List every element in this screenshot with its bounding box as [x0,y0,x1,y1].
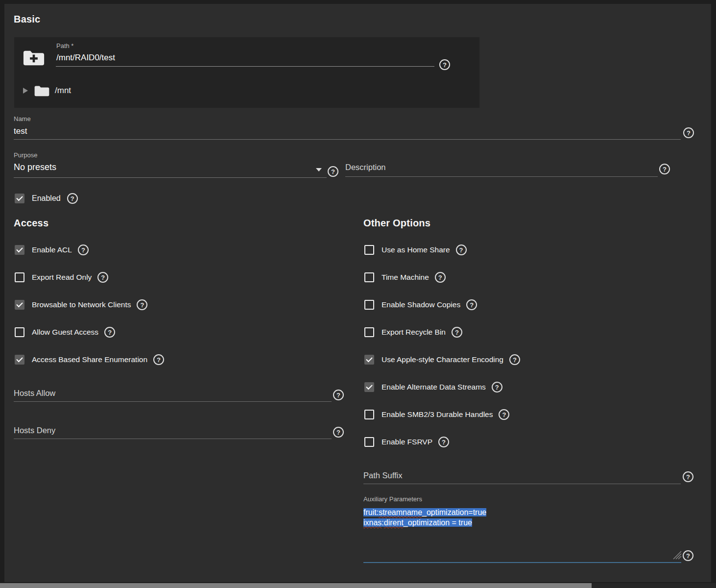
path-field-underline [56,66,434,67]
checkbox-row: Enable Alternate Data Streams? [364,373,520,401]
help-icon[interactable]: ? [333,427,344,438]
checkbox-label: Export Recycle Bin [382,328,446,337]
checkbox-row: Enable Shadow Copies? [364,291,520,318]
selected-text: _optimization=true [422,508,486,516]
purpose-select[interactable]: No presets [14,162,56,172]
description-input[interactable]: Description [345,163,386,172]
scrollbar-thumb[interactable] [0,583,592,588]
checkbox-label: Enable Alternate Data Streams [382,383,486,392]
help-icon[interactable]: ? [97,272,108,283]
checkbox[interactable] [364,300,374,310]
help-icon[interactable]: ? [683,471,693,482]
section-heading-other-options: Other Options [363,218,430,229]
checkbox-row: Enable FSRVP? [364,428,520,456]
help-icon[interactable]: ? [438,437,449,447]
aux-param-line: ixnas:dirent_optimization = true [363,517,486,528]
checkbox[interactable] [15,272,24,282]
help-icon[interactable]: ? [439,59,450,70]
description-field-underline [345,176,658,177]
expand-arrow-icon[interactable] [23,88,28,94]
tree-node-label: /mnt [55,86,71,96]
misspelled-text: ixnas [363,518,382,527]
checkbox[interactable] [364,437,374,447]
checkbox[interactable] [15,194,24,203]
help-icon[interactable]: ? [683,127,694,138]
help-icon[interactable]: ? [333,390,344,400]
checkbox-row: Access Based Share Enumeration? [15,346,164,373]
path-explorer-panel [14,37,479,108]
help-icon[interactable]: ? [137,299,147,310]
chevron-down-icon[interactable] [316,168,322,172]
checkbox[interactable] [364,272,374,282]
name-input[interactable]: test [14,126,27,136]
checkbox-row: Export Recycle Bin? [364,318,520,346]
aux-param-line: fruit:streamname_optimization=true [363,507,486,517]
checkbox-row: Export Read Only? [15,264,164,291]
checkbox[interactable] [15,245,24,255]
resize-handle-icon[interactable] [671,549,682,560]
checkbox[interactable] [364,327,374,337]
path-suffix-input[interactable]: Path Suffix [363,471,403,480]
help-icon[interactable]: ? [499,409,509,420]
checkbox-label: Time Machine [382,273,429,282]
checkbox-label: Browsable to Network Clients [32,300,131,309]
checkbox-label: Enabled [32,194,61,203]
name-field-label: Name [14,115,31,122]
horizontal-scrollbar[interactable] [0,583,716,588]
aux-params-label: Auxiliary Parameters [363,495,422,503]
help-icon[interactable]: ? [456,245,467,255]
checkbox-label: Enable ACL [32,245,72,254]
checkbox-label: Use Apple-style Character Encoding [382,355,503,364]
hosts-allow-input[interactable]: Hosts Allow [14,389,55,398]
folder-add-icon [23,48,45,68]
help-icon[interactable]: ? [509,354,520,365]
help-icon[interactable]: ? [153,354,164,365]
help-icon[interactable]: ? [435,272,446,283]
aux-params-focus-underline [363,562,681,563]
checkbox-label: Enable FSRVP [382,438,432,446]
folder-icon [34,84,50,98]
path-field-label: Path * [56,42,73,49]
selected-text: _optimization = true [404,518,472,527]
misspelled-text: streamname [379,508,422,516]
access-options-list: Enable ACL?Export Read Only?Browsable to… [15,236,164,373]
purpose-field-underline [14,177,327,178]
selected-text: fruit: [363,508,379,516]
checkbox-row: Time Machine? [364,264,520,291]
help-icon[interactable]: ? [683,550,693,561]
path-input[interactable]: /mnt/RAID0/test [56,53,115,63]
checkbox[interactable] [364,410,374,419]
section-heading-access: Access [14,218,48,229]
help-icon[interactable]: ? [466,299,477,310]
checkbox-label: Use as Home Share [382,245,450,254]
help-icon[interactable]: ? [67,193,78,204]
tree-node-mnt[interactable]: /mnt [23,83,71,98]
name-field-underline [14,139,681,140]
checkbox[interactable] [364,245,374,255]
help-icon[interactable]: ? [328,166,338,177]
help-icon[interactable]: ? [659,164,670,174]
enabled-row: Enabled ? [15,192,78,205]
checkbox-row: Enable ACL? [15,236,164,264]
checkbox-row: Allow Guest Access? [15,318,164,346]
checkbox-row: Enable SMB2/3 Durable Handles? [364,401,520,428]
checkbox-row: Use as Home Share? [364,236,520,264]
path-suffix-underline [363,484,681,484]
checkbox[interactable] [364,355,374,365]
checkbox[interactable] [15,300,24,310]
checkbox[interactable] [15,327,24,337]
help-icon[interactable]: ? [492,382,502,392]
checkbox-label: Export Read Only [32,273,92,282]
help-icon[interactable]: ? [452,327,462,338]
checkbox-label: Enable Shadow Copies [382,300,460,309]
hosts-deny-underline [14,439,332,439]
checkbox[interactable] [15,355,24,365]
checkbox-row: Browsable to Network Clients? [15,291,164,318]
help-icon[interactable]: ? [104,327,115,338]
checkbox[interactable] [364,382,374,392]
checkbox-label: Access Based Share Enumeration [32,355,147,364]
checkbox-label: Allow Guest Access [32,328,98,337]
hosts-deny-input[interactable]: Hosts Deny [14,426,55,435]
help-icon[interactable]: ? [78,245,89,255]
aux-params-textarea[interactable]: fruit:streamname_optimization=trueixnas:… [363,507,486,528]
